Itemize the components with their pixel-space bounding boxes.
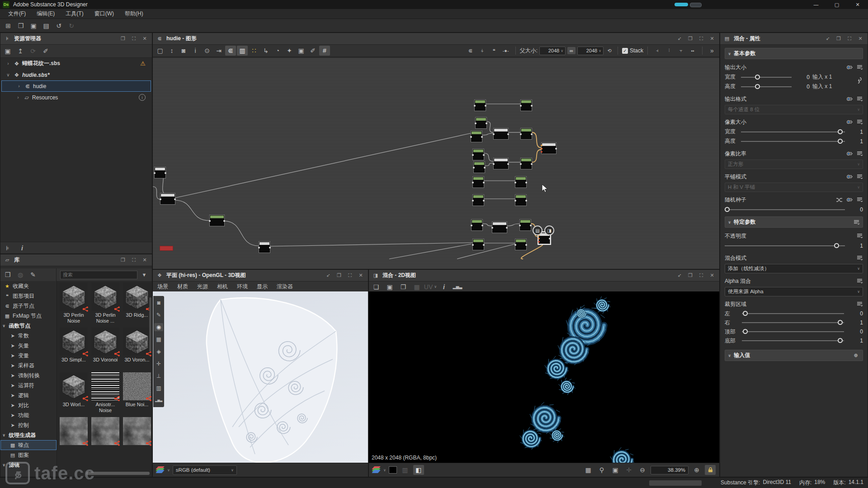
parameter-menu-icon[interactable]	[857, 278, 863, 284]
tree-item[interactable]: › ❖ 蝴蝶花纹一.sbs ⚠	[0, 58, 152, 69]
tree-view-icon[interactable]: ⊧	[2, 243, 13, 253]
section-basic-parameters[interactable]: ∨基本参数	[725, 48, 863, 59]
parameter-menu-icon[interactable]	[857, 65, 863, 70]
colored-link-icon[interactable]: ∷	[249, 46, 259, 56]
float-icon[interactable]: ❐	[834, 35, 843, 43]
undo-icon[interactable]: ↺	[53, 21, 64, 31]
node-mode-icon[interactable]: ⋐	[225, 46, 236, 56]
zoom-in-button[interactable]: ⊕	[691, 465, 702, 475]
graph-node[interactable]	[493, 158, 509, 169]
library-category[interactable]: ★ 收藏夹	[0, 281, 57, 291]
parameter-menu-icon[interactable]	[857, 301, 863, 307]
library-category[interactable]: ➤ 变量	[0, 351, 57, 361]
library-category[interactable]: ❝ 图形项目	[0, 291, 57, 301]
distribute-icon[interactable]: ▪▪	[687, 46, 698, 56]
pin-icon[interactable]: ➶	[675, 272, 684, 280]
zoom-out-button[interactable]: ⊖	[637, 465, 648, 475]
screenshot-icon[interactable]: ◙	[178, 46, 189, 56]
stats-icon[interactable]: ▂▅▃	[154, 396, 163, 404]
float-icon[interactable]: ❐	[335, 272, 344, 280]
pin-icon[interactable]: ➶	[324, 272, 333, 280]
graph-node[interactable]	[471, 219, 483, 231]
view3d-menu-3[interactable]: 相机	[217, 283, 228, 291]
height-slider[interactable]	[741, 84, 792, 90]
tree-item[interactable]: ∨ ❖ hudie.sbs*	[0, 69, 152, 80]
info-icon[interactable]: i	[190, 46, 201, 56]
blend-mode-select[interactable]: 添加（线性减淡）∨	[725, 264, 863, 273]
library-category[interactable]: ➤ 功能	[0, 410, 57, 420]
expose-parameter-icon[interactable]	[846, 119, 853, 125]
add-folder-icon[interactable]: ❒	[2, 270, 13, 280]
tools-icon[interactable]: ✦	[284, 46, 295, 56]
close-icon[interactable]: ✕	[140, 35, 149, 43]
tree-item[interactable]: › ⋐ hudie	[1, 80, 151, 92]
opacity-slider[interactable]	[725, 243, 845, 249]
library-section[interactable]: 函数节点	[0, 321, 57, 331]
parent-height-select[interactable]: 2048∨	[577, 47, 604, 55]
parameter-menu-icon[interactable]	[857, 174, 863, 179]
expander-icon[interactable]: ›	[15, 95, 21, 100]
graph-node[interactable]	[472, 149, 484, 160]
pencil-icon[interactable]: ✎	[154, 311, 163, 319]
close-icon[interactable]: ✕	[856, 35, 865, 43]
node-icon[interactable]: ⋐	[465, 46, 476, 56]
close-button[interactable]: ✕	[847, 0, 868, 9]
search-input[interactable]	[60, 271, 137, 279]
overflow-icon[interactable]: »	[707, 46, 717, 56]
close-icon[interactable]: ✕	[708, 35, 717, 43]
pin-icon[interactable]: ⍭	[477, 46, 488, 56]
library-category[interactable]: ➤ 常数	[0, 331, 57, 341]
parameter-menu-icon[interactable]	[857, 96, 863, 102]
scrollbar-horizontal[interactable]	[86, 472, 150, 475]
save-icon[interactable]: ▣	[28, 21, 39, 31]
float-icon[interactable]: ❐	[118, 256, 127, 264]
info-icon[interactable]: i	[439, 282, 449, 292]
section-specific-parameters[interactable]: ∨特定参数	[725, 216, 863, 228]
menu-item-3[interactable]: 窗口(W)	[90, 9, 118, 19]
expander-icon[interactable]: ›	[16, 84, 22, 89]
background-swatch[interactable]	[389, 466, 397, 474]
info-view-icon[interactable]: i	[17, 243, 28, 253]
maximize-icon[interactable]: ⛶	[697, 272, 706, 280]
library-category[interactable]: ⋐ 原子节点	[0, 301, 57, 311]
pin-icon[interactable]: ➶	[823, 35, 832, 43]
graph-node[interactable]	[515, 239, 527, 250]
view3d-menu-1[interactable]: 材质	[177, 283, 188, 291]
open-icon[interactable]: ❒	[15, 21, 26, 31]
library-category[interactable]: ➤ 采样器	[0, 361, 57, 371]
add-input-icon[interactable]: ⊕	[852, 352, 860, 359]
split-icon[interactable]: ▥	[154, 384, 163, 392]
clean-icon[interactable]: ✐	[307, 46, 318, 56]
shuffle-icon[interactable]	[836, 197, 843, 202]
float-icon[interactable]: ❐	[118, 35, 127, 43]
library-item[interactable]: Blue Noi...	[122, 372, 152, 413]
graph-canvas[interactable]: ▤◨	[153, 58, 719, 269]
tiling-icon[interactable]: ▥	[400, 465, 410, 475]
library-category[interactable]: ➤ 矢量	[0, 341, 57, 351]
maximize-icon[interactable]: ⛶	[345, 272, 354, 280]
link-size-icon[interactable]: ∞	[567, 47, 576, 54]
minimize-button[interactable]: —	[806, 0, 826, 9]
image-icon[interactable]: ▦	[411, 282, 422, 292]
graph-node[interactable]	[472, 194, 484, 206]
scrollbar-vertical[interactable]	[149, 297, 151, 352]
align-center-icon[interactable]: ⫶	[664, 46, 675, 56]
library-category[interactable]: ▤ 图案	[0, 450, 57, 460]
library-item[interactable]: 3D Perlin Noise ...	[90, 283, 120, 324]
graph-node[interactable]	[515, 176, 527, 188]
world-icon[interactable]: ◍	[15, 270, 26, 280]
width-slider[interactable]	[741, 74, 792, 80]
graph-node[interactable]	[520, 158, 532, 169]
graph-node[interactable]	[515, 194, 527, 206]
parent-width-select[interactable]: 2048∨	[539, 47, 566, 55]
alpha-blend-select[interactable]: 使用来源 Alpha∨	[725, 287, 863, 296]
timer-icon[interactable]: ◔	[272, 46, 283, 56]
library-item[interactable]: 3D Voronoi	[90, 328, 120, 369]
crop-bottom-slider[interactable]	[742, 338, 844, 344]
clean-icon[interactable]: ✐	[40, 46, 51, 56]
graph-node[interactable]	[472, 239, 484, 250]
stack-checkbox[interactable]: ✓	[622, 48, 628, 54]
save-icon[interactable]: ▣	[2, 46, 13, 56]
graph-node[interactable]	[493, 128, 509, 140]
viewport-2d[interactable]: 2048 x 2048 (RGBA, 8bpc)	[369, 291, 719, 463]
